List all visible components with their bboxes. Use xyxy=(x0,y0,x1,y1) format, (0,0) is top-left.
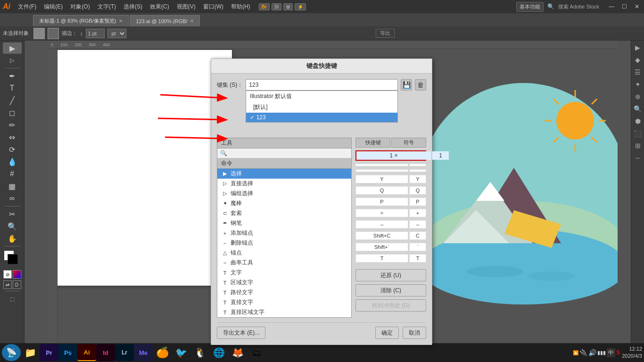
shortcut-input[interactable] xyxy=(356,151,431,160)
restore-btn[interactable]: 还原 (U) xyxy=(355,269,426,281)
tool-hand[interactable]: ✋ xyxy=(3,233,22,244)
bird-taskbar-icon[interactable]: 🐦 xyxy=(172,344,190,361)
arrange-icon[interactable]: ⊞ xyxy=(283,3,293,10)
item-type[interactable]: T 文字 xyxy=(217,268,351,278)
panel-btn-2[interactable]: ◆ xyxy=(633,55,643,65)
stock-icon[interactable]: St xyxy=(272,3,281,10)
gradient-fill-btn[interactable] xyxy=(13,270,21,279)
stroke-color-box[interactable] xyxy=(48,28,59,39)
bridge-icon[interactable]: Br xyxy=(259,3,270,10)
panel-btn-5[interactable]: ⊕ xyxy=(633,91,643,102)
close-btn[interactable]: ✕ xyxy=(633,3,641,10)
firefox-taskbar-icon[interactable]: 🦊 xyxy=(228,344,247,361)
tool-eyedrop[interactable]: 💧 xyxy=(3,156,22,167)
flash-icon[interactable]: ⚡ xyxy=(295,3,306,10)
proportional-btn[interactable]: 等比 xyxy=(376,29,395,38)
tab-123[interactable]: 123.ai @ 100% (RGB/ ✕ xyxy=(130,15,200,26)
menu-view[interactable]: 视图(V) xyxy=(173,2,199,12)
item-select[interactable]: ▶ 选择 xyxy=(217,169,351,179)
tool-rect[interactable]: ◻ xyxy=(3,107,22,118)
penguin-taskbar-icon[interactable]: 🐧 xyxy=(190,344,209,361)
tool-transform[interactable]: ⟳ xyxy=(3,144,22,155)
menu-object[interactable]: 对象(O) xyxy=(66,2,93,12)
indesign-taskbar-icon[interactable]: Id xyxy=(96,344,115,361)
menu-text[interactable]: 文字(T) xyxy=(94,2,120,12)
tab-123-close[interactable]: ✕ xyxy=(190,18,194,24)
tray-ime[interactable]: 中 xyxy=(607,348,615,357)
clear-btn[interactable]: 清除 (C) xyxy=(355,284,426,296)
tray-speaker[interactable]: 🔊 xyxy=(588,349,596,356)
background-swatch[interactable] xyxy=(8,254,18,264)
tool-gradient[interactable]: ▦ xyxy=(3,181,22,192)
fill-color-box[interactable] xyxy=(33,28,45,39)
menu-help[interactable]: 帮助(H) xyxy=(227,2,254,12)
color-swatches[interactable] xyxy=(4,250,21,267)
panel-btn-3[interactable]: ☰ xyxy=(633,67,643,77)
tool-blend[interactable]: ∞ xyxy=(3,193,22,204)
fruit-taskbar-icon[interactable]: 🍊 xyxy=(153,344,172,361)
photoshop-taskbar-icon[interactable]: Ps xyxy=(58,344,77,361)
workspace-btn[interactable]: 基本功能 xyxy=(516,2,544,12)
tray-arrow-up[interactable]: 🔼 xyxy=(573,350,578,355)
tab-untitled-close[interactable]: ✕ xyxy=(119,18,123,24)
illustrator-taskbar-icon[interactable]: Ai xyxy=(77,344,96,361)
item-vertical-area-type[interactable]: T 直排区域文字 xyxy=(217,307,351,317)
keyset-select[interactable]: 123 xyxy=(246,79,398,90)
item-add-anchor[interactable]: + 添加锚点 xyxy=(217,228,351,238)
tool-type[interactable]: T xyxy=(3,82,22,94)
delete-keyset-btn[interactable]: 🗑 xyxy=(415,79,426,90)
cancel-btn[interactable]: 取消 xyxy=(403,327,426,339)
media-encoder-taskbar-icon[interactable]: Me xyxy=(134,344,153,361)
item-lasso[interactable]: ⊂ 套索 xyxy=(217,208,351,218)
tool-mesh[interactable]: # xyxy=(3,168,22,180)
command-list-scroll[interactable]: ▶ 选择 ▷ 直接选择 ▷ 编组选择 ✦ 魔棒 xyxy=(217,169,351,317)
swap-color-btn[interactable]: ⇄ xyxy=(3,280,12,289)
minimize-btn[interactable]: — xyxy=(607,3,616,10)
panel-btn-6[interactable]: 🔍 xyxy=(633,104,643,114)
panel-btn-8[interactable]: ⬛ xyxy=(633,128,643,139)
maximize-btn[interactable]: ☐ xyxy=(620,3,629,10)
item-path-type[interactable]: T 路径文字 xyxy=(217,288,351,297)
tool-pen[interactable]: ✒ xyxy=(3,70,22,82)
explorer-taskbar-icon[interactable]: 📁 xyxy=(21,344,40,361)
none-fill-btn[interactable]: ⊘ xyxy=(3,270,12,279)
item-magic-wand[interactable]: ✦ 魔棒 xyxy=(217,198,351,208)
tool-select[interactable]: ▶ xyxy=(3,42,22,54)
item-vertical-type[interactable]: T 直排文字 xyxy=(217,297,351,307)
lightroom-taskbar-icon[interactable]: Lr xyxy=(115,344,134,361)
panel-btn-9[interactable]: ⊞ xyxy=(633,140,643,151)
menu-window[interactable]: 窗口(W) xyxy=(199,2,227,12)
tab-untitled[interactable]: 未标题-1 @ 83% (RGB/像素预览) ✕ xyxy=(33,15,129,26)
export-text-btn[interactable]: 导出文本 (E)... xyxy=(217,327,265,339)
network-taskbar-icon[interactable]: 📡 xyxy=(2,344,21,361)
item-group-select[interactable]: ▷ 编组选择 xyxy=(217,189,351,198)
folder-taskbar-icon[interactable]: 🗂 xyxy=(247,344,266,361)
tool-crop[interactable]: ✂ xyxy=(3,208,22,220)
ok-btn[interactable]: 确定 xyxy=(375,327,399,339)
panel-btn-1[interactable]: ▶ xyxy=(633,42,643,53)
tool-direct-select[interactable]: ▷ xyxy=(3,55,22,66)
tool-zoom[interactable]: 🔍 xyxy=(3,221,22,232)
chrome-taskbar-icon[interactable]: 🌐 xyxy=(209,344,228,361)
premiere-taskbar-icon[interactable]: Pr xyxy=(40,344,58,361)
keyset-dropdown[interactable]: Illustrator 默认值 [默认] 123 xyxy=(246,90,398,123)
goto-conflict-btn[interactable]: 转到冲突处 (G) xyxy=(355,299,426,312)
stroke-unit-select[interactable]: pt xyxy=(107,29,126,38)
tool-line[interactable]: ╱ xyxy=(3,95,22,106)
panel-btn-7[interactable]: ⬢ xyxy=(633,116,643,126)
menu-effect[interactable]: 效果(C) xyxy=(146,2,173,12)
panel-btn-10[interactable]: ↔ xyxy=(633,153,643,163)
stroke-input[interactable] xyxy=(86,29,105,38)
menu-edit[interactable]: 编辑(E) xyxy=(40,2,66,12)
item-curvature[interactable]: ~ 曲率工具 xyxy=(217,258,351,268)
tool-paint[interactable]: ✏ xyxy=(3,119,22,131)
keyset-option-illustrator-default[interactable]: Illustrator 默认值 xyxy=(246,91,397,102)
menu-select[interactable]: 选择(S) xyxy=(120,2,146,12)
item-del-anchor[interactable]: − 删除锚点 xyxy=(217,238,351,248)
keyset-option-default[interactable]: [默认] xyxy=(246,102,397,113)
item-anchor[interactable]: △ 锚点 xyxy=(217,248,351,258)
default-color-btn[interactable]: D xyxy=(13,280,21,289)
symbol-input[interactable] xyxy=(432,151,449,160)
search-label[interactable]: 搜索 Adobe Stock xyxy=(558,3,599,10)
tool-width[interactable]: ⇔ xyxy=(3,132,22,143)
